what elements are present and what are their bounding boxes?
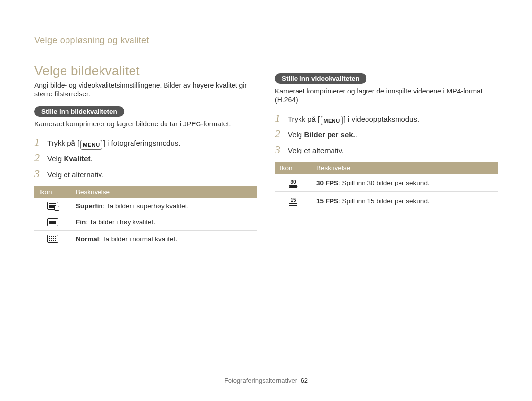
step-text: Velg et alternativ. (288, 145, 344, 156)
step-number: 1 (34, 135, 47, 149)
step-number: 2 (275, 127, 288, 141)
step-number: 3 (275, 143, 288, 156)
steps-image: 1 Trykk på [MENU] i fotograferingsmodus.… (34, 135, 257, 181)
table-header-desc: Beskrivelse (311, 162, 498, 174)
step-text: Velg et alternativ. (47, 169, 103, 180)
page: Velge oppløsning og kvalitet Velge bilde… (0, 0, 532, 401)
quality-fine-icon (47, 218, 58, 226)
page-footer: Fotograferingsalternativer 62 (0, 377, 532, 384)
footer-section: Fotograferingsalternativer (224, 377, 297, 384)
step-text: Trykk på [MENU] i videoopptaksmodus. (288, 114, 419, 124)
step-number: 3 (34, 167, 47, 181)
quality-normal-icon (47, 235, 58, 243)
step-number: 1 (275, 111, 288, 125)
content-columns: Velge bildekvalitet Angi bilde- og video… (34, 46, 498, 247)
step-2: 2 Velg Bilder per sek.. (275, 127, 498, 141)
step-1: 1 Trykk på [MENU] i videoopptaksmodus. (275, 111, 498, 125)
steps-video: 1 Trykk på [MENU] i videoopptaksmodus. 2… (275, 111, 498, 156)
quality-superfine-icon (47, 202, 58, 210)
step-text: Trykk på [MENU] i fotograferingsmodus. (47, 138, 180, 149)
table-row: 15 15 FPS: Spill inn 15 bilder per sekun… (275, 192, 498, 210)
table-row: Normal: Ta bilder i normal kvalitet. (34, 230, 257, 247)
table-row: 30 30 FPS: Spill inn 30 bilder per sekun… (275, 174, 498, 192)
page-number: 62 (301, 377, 308, 384)
body-image-quality: Kameraet komprimerer og lagrer bildene d… (34, 120, 257, 128)
step-2: 2 Velg Kvalitet. (34, 151, 257, 165)
step-number: 2 (34, 151, 47, 165)
section-title: Velge bildekvalitet (34, 63, 257, 79)
right-column: Stille inn videokvaliteten Kameraet komp… (275, 46, 498, 247)
video-fps-table: Ikon Beskrivelse 30 30 FPS: Spill inn 30… (275, 162, 498, 210)
step-text: Velg Kvalitet. (47, 154, 93, 164)
image-quality-table: Ikon Beskrivelse Superfin: Ta bilder i s… (34, 186, 257, 247)
subheading-video-quality: Stille inn videokvaliteten (275, 73, 366, 84)
menu-icon: MENU (321, 116, 342, 125)
body-video-quality: Kameraet komprimerer og lagrer de innspi… (275, 87, 498, 104)
table-header-icon: Ikon (34, 186, 71, 198)
subheading-image-quality: Stille inn bildekvaliteten (34, 106, 124, 117)
step-3: 3 Velg et alternativ. (275, 143, 498, 156)
table-row: Fin: Ta bilder i høy kvalitet. (34, 214, 257, 230)
table-header-icon: Ikon (275, 162, 311, 174)
table-header-row: Ikon Beskrivelse (34, 186, 257, 198)
step-text: Velg Bilder per sek.. (288, 129, 357, 140)
step-3: 3 Velg et alternativ. (34, 167, 257, 181)
step-1: 1 Trykk på [MENU] i fotograferingsmodus. (34, 135, 257, 149)
table-header-row: Ikon Beskrivelse (275, 162, 498, 174)
table-header-desc: Beskrivelse (71, 186, 257, 198)
fps-30-icon: 30 (289, 180, 297, 187)
intro-text: Angi bilde- og videokvalitetsinnstilling… (34, 81, 257, 98)
breadcrumb: Velge oppløsning og kvalitet (34, 35, 498, 46)
left-column: Velge bildekvalitet Angi bilde- og video… (34, 46, 257, 247)
table-row: Superfin: Ta bilder i superhøy kvalitet. (34, 198, 257, 214)
menu-icon: MENU (80, 140, 102, 150)
fps-15-icon: 15 (289, 198, 297, 206)
